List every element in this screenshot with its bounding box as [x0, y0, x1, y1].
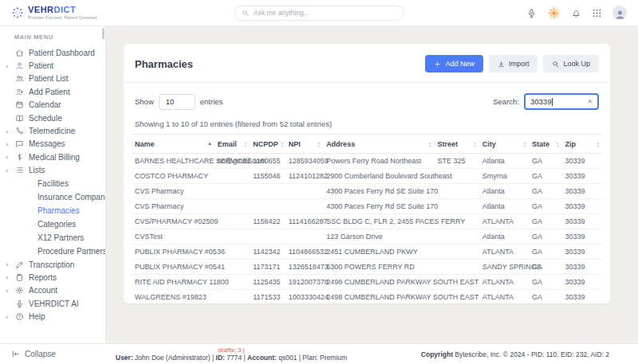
table-row[interactable]: CVS Pharmacy4300 Paces Ferry Rd SE Suite… [132, 199, 602, 214]
header-actions: Add New Import Look Up [425, 55, 599, 72]
sidebar-item-patient-dashboard[interactable]: Patient Dashboard [0, 46, 105, 59]
sidebar-item-lists[interactable]: ›Lists [0, 164, 105, 177]
sidebar-menu: Patient Dashboard›PatientPatient ListAdd… [0, 46, 105, 323]
clear-search-icon[interactable]: ✕ [587, 98, 593, 105]
show-entries-group: Show 10 entries [135, 94, 223, 110]
collapse-button[interactable]: Collapse [0, 350, 106, 358]
sort-icon: ▴▾ [429, 141, 431, 147]
column-header-street[interactable]: Street▴▾ [434, 135, 478, 154]
search-label: Search: [493, 97, 519, 106]
column-header-email[interactable]: Email▴▾ [215, 135, 250, 154]
logo[interactable]: VEHRDICT Provider Focused. Patient Cente… [11, 6, 98, 20]
table-search-input[interactable]: 30339 ✕ [524, 93, 599, 110]
drafts-link[interactable]: drafts: 3 | [116, 346, 347, 354]
look-up-button[interactable]: Look Up [543, 55, 599, 72]
footer-session-info: drafts: 3 | User: John Doe (Administrato… [116, 346, 347, 362]
table-row[interactable]: PUBLIX PHARMACY #05411173171132651847363… [132, 260, 602, 275]
collapse-icon [11, 350, 20, 358]
table-row[interactable]: CVS Pharmacy4300 Paces Ferry Rd SE Suite… [132, 184, 602, 199]
sidebar-item-add-patient[interactable]: Add Patient [0, 85, 105, 98]
dollar-icon [15, 153, 24, 162]
column-header-zip[interactable]: Zip▴▾ [562, 135, 602, 154]
logo-icon [11, 6, 24, 19]
global-search-input[interactable]: Ask me anything... [234, 6, 404, 21]
pen-icon [15, 260, 24, 269]
table-body: BARNES HEALTHCARE SERVICESno@gmail.com11… [132, 154, 602, 304]
sidebar-item-help[interactable]: ›Help [0, 310, 105, 323]
sidebar-item-reports[interactable]: ›Reports [0, 271, 105, 284]
sidebar-item-messages[interactable]: ›Messages [0, 138, 105, 151]
import-button[interactable]: Import [489, 55, 538, 72]
sort-icon: ▴▾ [318, 141, 321, 147]
column-header-name[interactable]: Name▴ [132, 135, 215, 154]
column-header-state[interactable]: State▴▾ [529, 135, 562, 154]
sidebar-item-procedure-partners[interactable]: Procedure Partners [0, 245, 105, 258]
sidebar-item-insurance-companies[interactable]: Insurance Companies [0, 190, 105, 204]
search-icon [552, 61, 559, 68]
users-icon [15, 74, 24, 83]
calendar-icon [15, 100, 24, 109]
list-icon [15, 166, 24, 174]
notifications-bell-icon[interactable] [571, 8, 581, 18]
table-row[interactable]: CVS/PHARMACY #0250911584221114166287SSC … [132, 214, 602, 229]
sort-icon: ▴▾ [524, 141, 526, 147]
sidebar-item-facilities[interactable]: Facilities [0, 177, 105, 190]
plus-icon [434, 61, 441, 68]
logo-text: VEHRDICT [28, 6, 98, 14]
user-plus-icon [15, 88, 24, 96]
text-caret [552, 98, 553, 106]
sidebar-item-pharmacies[interactable]: Pharmacies [0, 204, 105, 217]
gear-icon [15, 286, 24, 295]
avatar[interactable] [612, 6, 627, 20]
topbar-icons [526, 6, 602, 20]
sort-icon: ▴▾ [474, 141, 476, 147]
user-icon [15, 61, 24, 70]
table-row[interactable]: RITE AID PHARMACY 1180011254351912007378… [132, 275, 602, 290]
footer: Collapse drafts: 3 | User: John Doe (Adm… [0, 343, 638, 364]
global-search-placeholder: Ask me anything... [254, 9, 309, 17]
search-icon [242, 10, 249, 17]
body-row: MAIN MENU Patient Dashboard›PatientPatie… [0, 26, 638, 343]
add-new-button[interactable]: Add New [425, 55, 483, 72]
sidebar-item-categories[interactable]: Categories [0, 217, 105, 231]
theme-sun-icon[interactable] [547, 6, 561, 20]
pharmacies-card: Pharmacies Add New Import Look Up [124, 44, 610, 303]
card-header: Pharmacies Add New Import Look Up [124, 55, 610, 83]
table-row[interactable]: PUBLIX PHARMACY #05361142342110486653224… [132, 245, 602, 260]
table-controls: Show 10 entries Search: 30339 ✕ [135, 93, 599, 110]
footer-user-info: User: John Doe (Administrator) | ID: 777… [116, 354, 347, 362]
expand-caret-icon: › [6, 287, 15, 295]
sidebar-item-schedule[interactable]: Schedule [0, 112, 105, 124]
column-header-ncpdp[interactable]: NCPDP▴▾ [250, 135, 285, 154]
search-group: Search: 30339 ✕ [493, 93, 599, 110]
mic-icon [15, 299, 24, 308]
sidebar-item-patient[interactable]: ›Patient [0, 59, 105, 72]
sidebar-item-calendar[interactable]: Calendar [0, 99, 105, 112]
table-row[interactable]: WALGREENS #19823117153310033304242498 CU… [132, 290, 602, 304]
expand-caret-icon: › [6, 260, 15, 268]
sidebar-item-x12-partners[interactable]: X12 Partners [0, 231, 105, 245]
sidebar-item-medical-billing[interactable]: ›Medical Billing [0, 151, 105, 163]
table-row[interactable]: CVSTest123 Garson DriveAtlantaGA30339 [132, 229, 602, 245]
sort-icon: ▴▾ [245, 141, 247, 147]
column-header-city[interactable]: City▴▾ [479, 135, 529, 154]
sidebar-item-telemedicine[interactable]: ›Telemedicine [0, 124, 105, 137]
show-label: Show [135, 97, 154, 106]
pharmacies-table: Name▴Email▴▾NCPDP▴▾NPI▴▾Address▴▾Street▴… [132, 134, 602, 303]
sidebar-item-patient-list[interactable]: Patient List [0, 72, 105, 85]
microphone-icon[interactable] [526, 8, 537, 18]
sidebar-scrollbar[interactable] [102, 28, 104, 39]
topbar: VEHRDICT Provider Focused. Patient Cente… [0, 0, 638, 26]
sort-icon: ▴▾ [557, 141, 559, 147]
sidebar-item-account[interactable]: ›Account [0, 284, 105, 297]
sidebar-item-vehrdict-ai[interactable]: VEHRDICT AI [0, 297, 105, 310]
page-size-select[interactable]: 10 [159, 94, 195, 110]
sidebar-item-transcription[interactable]: ›Transcription [0, 258, 105, 271]
table-row[interactable]: BARNES HEALTHCARE SERVICESno@gmail.com11… [132, 154, 602, 169]
column-header-npi[interactable]: NPI▴▾ [286, 135, 323, 154]
expand-caret-icon: › [6, 127, 15, 135]
column-header-address[interactable]: Address▴▾ [323, 135, 434, 154]
apps-grid-icon[interactable] [592, 8, 602, 18]
table-row[interactable]: COSTCO PHARMACY115504611241012822900 Cum… [132, 169, 602, 184]
report-icon [15, 273, 24, 282]
